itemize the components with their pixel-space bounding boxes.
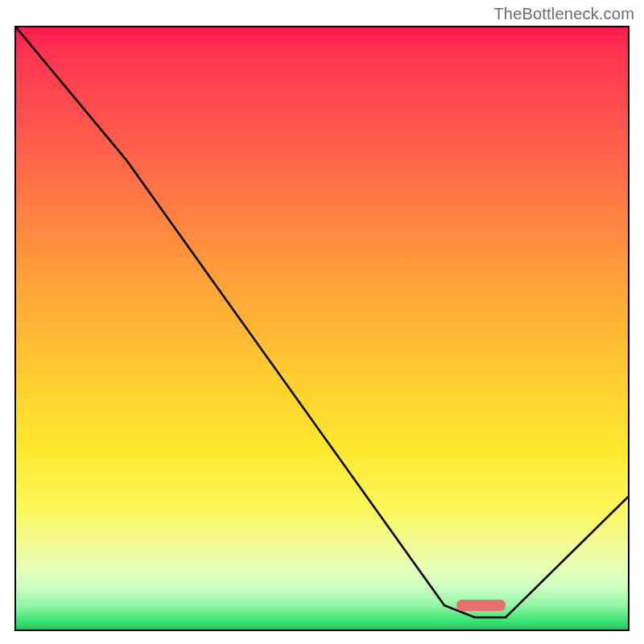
plot-frame xyxy=(14,26,630,631)
optimal-marker xyxy=(456,600,506,611)
chart-container: TheBottleneck.com xyxy=(0,0,644,644)
chart-svg xyxy=(16,27,628,630)
bottleneck-curve xyxy=(16,27,628,617)
watermark-text: TheBottleneck.com xyxy=(493,5,634,23)
